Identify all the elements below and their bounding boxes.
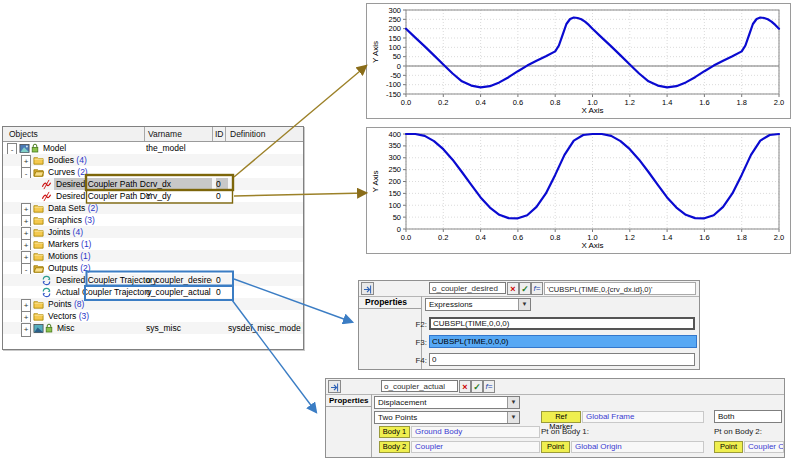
tree-row-bodies[interactable]: +Bodies (4) — [3, 154, 303, 166]
tree-row-crv_dy[interactable]: Desired Coupler Path DYcrv_dy0 — [3, 190, 303, 202]
x-tick-label: 0.6 — [513, 233, 523, 242]
f2-field[interactable] — [429, 317, 695, 330]
tree-item-label: Points (8) — [46, 298, 86, 310]
y-tick-label: -100 — [386, 80, 401, 89]
folder-open-icon — [33, 262, 45, 274]
tree-row-points[interactable]: +Points (8) — [3, 298, 303, 310]
properties-tab[interactable]: Properties — [359, 296, 421, 309]
tree-item-id: 0 — [216, 286, 228, 298]
tree-item-label: Desired Coupler Path DX — [54, 178, 153, 190]
model-icon — [19, 142, 31, 154]
y-tick-label: 0 — [397, 62, 401, 71]
panel-toolbar: × ✓ f= 'CUBSPL(TIME,0,{crv_dx.id},0)' — [359, 281, 699, 297]
point2-value[interactable]: Coupler CM — [744, 441, 784, 453]
panel-divider — [371, 394, 372, 457]
column-header-definition[interactable]: Definition — [230, 129, 265, 139]
y-tick-label: -50 — [390, 71, 401, 80]
tree-row-motions[interactable]: +Motions (1) — [3, 250, 303, 262]
function-builder-button[interactable]: f= — [483, 380, 495, 393]
folder-icon — [33, 226, 45, 238]
tree-row-joints[interactable]: +Joints (4) — [3, 226, 303, 238]
x-tick-label: 1.4 — [662, 233, 672, 242]
tree-item-label: Joints (4) — [46, 226, 85, 238]
body1-button[interactable]: Body 1 — [379, 426, 410, 438]
f4-field[interactable] — [429, 353, 695, 366]
y-tick-label: 300 — [388, 6, 401, 15]
ref-marker-value[interactable]: Global Frame — [582, 411, 704, 423]
model-browser-table: Objects Varname ID Definition -Modelthe_… — [2, 126, 304, 350]
tree-row-outputs[interactable]: -Outputs (2) — [3, 262, 303, 274]
folder-icon — [33, 202, 45, 214]
dropdown-value: Expressions — [429, 300, 473, 309]
navigator-back-icon[interactable] — [361, 282, 374, 295]
misc-icon — [33, 322, 45, 334]
tree-row-o_coupler_actual[interactable]: Actual Coupler Trajectoryo_coupler_actua… — [3, 286, 303, 298]
tree-item-label: Bodies (4) — [46, 154, 89, 166]
apply-button[interactable]: ✓ — [519, 282, 531, 295]
x-tick-label: 0.8 — [550, 98, 560, 107]
x-tick-label: 0.2 — [438, 233, 448, 242]
column-divider — [225, 127, 226, 141]
folder-icon — [33, 250, 45, 262]
column-divider — [212, 127, 213, 141]
y-tick-label: 200 — [388, 24, 401, 33]
expression-type-dropdown[interactable]: Expressions ▼ — [425, 298, 531, 311]
column-header-objects[interactable]: Objects — [9, 129, 38, 139]
body2-button[interactable]: Body 2 — [379, 441, 410, 453]
measure-type-dropdown[interactable]: Displacement ▼ — [374, 396, 520, 409]
navigator-back-icon[interactable] — [328, 380, 341, 393]
tree-row-graphics[interactable]: +Graphics (3) — [3, 214, 303, 226]
column-header-varname[interactable]: Varname — [148, 129, 182, 139]
object-name-field[interactable] — [429, 282, 506, 294]
y-tick-label: 50 — [393, 213, 401, 222]
tree-row-curves[interactable]: -Curves (2) — [3, 166, 303, 178]
body2-value[interactable]: Coupler — [411, 441, 540, 453]
tree-item-id: 0 — [216, 178, 228, 190]
object-name-field[interactable] — [381, 380, 458, 392]
component-field[interactable]: Both — [714, 410, 782, 423]
f3-field[interactable] — [429, 335, 697, 348]
dropdown-value: Displacement — [378, 398, 426, 407]
expand-toggle[interactable]: + — [21, 323, 31, 337]
column-header-id[interactable]: ID — [215, 129, 224, 139]
point1-button[interactable]: Point — [541, 441, 570, 453]
function-builder-button[interactable]: f= — [531, 282, 543, 295]
y-tick-label: 250 — [388, 15, 401, 24]
y-axis-label: Y Axis — [371, 170, 380, 192]
tree-row-data-sets[interactable]: +Data Sets (2) — [3, 202, 303, 214]
tree-item-id: 0 — [216, 274, 228, 286]
tree-row-vectors[interactable]: +Vectors (3) — [3, 310, 303, 322]
tree-item-label: Graphics (3) — [46, 214, 97, 226]
output-icon — [41, 286, 53, 298]
cancel-button[interactable]: × — [507, 282, 519, 295]
y-axis-label: Y Axis — [371, 41, 380, 63]
tree-row-sys_misc[interactable]: +Miscsys_miscsysdef_misc_model — [3, 322, 303, 334]
plot-desired-coupler-path-dy: 0.00.20.40.60.81.01.21.41.61.82.00501001… — [366, 127, 791, 254]
tree-item-label: Curves (2) — [46, 166, 90, 178]
folder-icon — [33, 298, 45, 310]
properties-tab[interactable]: Properties — [326, 394, 371, 407]
tree-row-markers[interactable]: +Markers (1) — [3, 238, 303, 250]
tree-item-varname: crv_dy — [146, 190, 212, 202]
x-tick-label: 0.6 — [513, 98, 523, 107]
tree-row-crv_dx[interactable]: Desired Coupler Path DXcrv_dx0 — [3, 178, 303, 190]
tree-item-label: Outputs (2) — [46, 262, 93, 274]
tree-item-label: Motions (1) — [46, 250, 93, 262]
ref-marker-button[interactable]: Ref Marker — [541, 411, 581, 423]
tree-item-varname: the_model — [146, 142, 212, 154]
point1-value[interactable]: Global Origin — [571, 441, 704, 453]
chevron-down-icon[interactable]: ▼ — [518, 299, 530, 310]
x-tick-label: 2.0 — [774, 98, 784, 107]
point2-button[interactable]: Point — [714, 441, 743, 453]
tree-row-o_coupler_desired[interactable]: Desired Coupler Trajectoryo_coupler_desi… — [3, 274, 303, 286]
body1-value[interactable]: Ground Body — [411, 426, 540, 438]
tree-row-the_model[interactable]: -Modelthe_model — [3, 142, 303, 154]
y-tick-label: -150 — [386, 90, 401, 99]
chevron-down-icon[interactable]: ▼ — [507, 397, 519, 408]
apply-button[interactable]: ✓ — [471, 380, 483, 393]
cancel-button[interactable]: × — [459, 380, 471, 393]
tree-item-varname: crv_dx — [146, 178, 212, 190]
plot-desired-coupler-path-dx: 0.00.20.40.60.81.01.21.41.61.82.0-150-10… — [366, 3, 791, 119]
chevron-down-icon[interactable]: ▼ — [507, 412, 519, 423]
method-dropdown[interactable]: Two Points ▼ — [374, 411, 520, 424]
